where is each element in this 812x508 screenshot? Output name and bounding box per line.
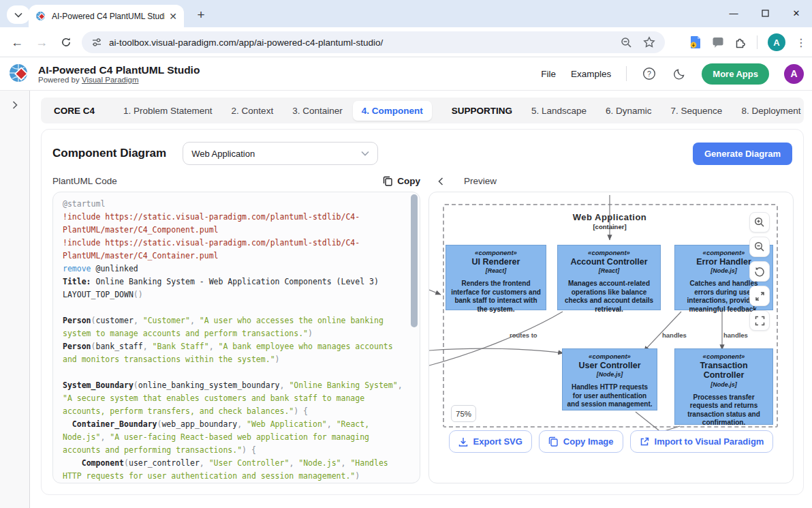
help-icon[interactable]: ?: [642, 66, 657, 81]
nav-tab[interactable]: 8. Deployment: [732, 101, 809, 121]
powered-by: Powered by Visual Paradigm: [38, 76, 200, 84]
code-panel-label: PlantUML Code: [52, 176, 117, 186]
nav-tab[interactable]: 6. Dynamic: [597, 101, 661, 121]
expand-button[interactable]: [749, 286, 770, 306]
component-box: «component»User Controller[Node.js]Handl…: [562, 348, 657, 410]
component-ds: Manages account-related operations like …: [561, 280, 657, 314]
diagram-select-value: Web Application: [191, 149, 255, 159]
component-ds: Processes transfer requests and returns …: [678, 393, 770, 428]
collapsed-sidebar: [0, 91, 30, 508]
code-line: !include https://static.visual-paradigm.…: [63, 211, 406, 224]
code-line: !include https://static.visual-paradigm.…: [63, 237, 406, 250]
scrollbar-thumb[interactable]: [411, 194, 418, 327]
zoom-level-badge[interactable]: 75%: [451, 405, 476, 422]
page-title: Component Diagram: [52, 147, 166, 160]
tab-search-button[interactable]: [7, 5, 30, 24]
component-tc: [React]: [449, 267, 543, 274]
address-bar[interactable]: ai-toolbox.visual-paradigm.com/app/ai-po…: [82, 31, 665, 53]
chevron-down-icon: [361, 151, 369, 156]
code-line: Component(user_controller, "User Control…: [63, 457, 406, 470]
collapse-preview-button[interactable]: [438, 177, 443, 185]
window-minimize-button[interactable]: —: [718, 0, 749, 26]
nav-tab[interactable]: 1. Problem Statement: [114, 101, 221, 121]
browser-menu-kebab-icon[interactable]: ⋮: [796, 36, 807, 49]
user-avatar[interactable]: A: [784, 64, 804, 84]
reload-icon: [61, 37, 72, 48]
component-nm: UI Renderer: [456, 257, 536, 267]
component-box: «component»Transaction Controller[Node.j…: [674, 348, 773, 425]
component-tc: [Node.js]: [565, 371, 654, 378]
copy-icon: [548, 436, 558, 447]
tab-title: AI-Powered C4 PlantUML Studio: [52, 12, 165, 21]
back-button[interactable]: ←: [5, 31, 29, 54]
nav-tabs: CORE C41. Problem Statement2. Context3. …: [41, 98, 804, 123]
sidebar-expand-button[interactable]: [12, 100, 18, 112]
generate-diagram-button[interactable]: Generate Diagram: [693, 143, 792, 165]
code-line: remove @unlinked: [63, 263, 406, 275]
browser-tab-strip: AI-Powered C4 PlantUML Studio ✕ + — ✕: [0, 0, 812, 27]
preview-controls: [749, 212, 770, 331]
boundary-label: Web Application [container]: [555, 212, 664, 230]
copy-image-button[interactable]: Copy Image: [539, 430, 623, 453]
nav-tab[interactable]: 5. Landscape: [522, 101, 595, 121]
extensions-puzzle-icon[interactable]: [734, 36, 747, 48]
reset-view-button[interactable]: [749, 261, 770, 282]
reload-button[interactable]: [54, 31, 78, 54]
edge-label: handles: [662, 331, 687, 339]
app-logo-icon: [8, 62, 31, 85]
component-ds: Handles HTTP requests for user authentic…: [565, 383, 654, 409]
nav-tab[interactable]: 7. Sequence: [662, 101, 732, 121]
code-line: System_Boundary(online_banking_system_bo…: [63, 379, 406, 392]
url-text[interactable]: ai-toolbox.visual-paradigm.com/app/ai-po…: [109, 38, 621, 48]
copy-code-button[interactable]: Copy: [383, 176, 420, 186]
browser-tab[interactable]: AI-Powered C4 PlantUML Studio ✕: [29, 5, 184, 27]
external-link-icon: [640, 437, 649, 447]
zoom-out-button[interactable]: [749, 237, 770, 257]
diagram-type-select[interactable]: Web Application: [183, 142, 378, 165]
new-tab-button[interactable]: +: [192, 6, 210, 24]
nav-section-label: CORE C4: [45, 101, 104, 121]
bookmark-star-icon[interactable]: [643, 36, 655, 48]
menu-examples[interactable]: Examples: [571, 69, 611, 79]
component-tc: [React]: [561, 267, 657, 274]
code-scrollbar[interactable]: [411, 194, 418, 481]
zoom-out-icon[interactable]: [621, 37, 632, 48]
browser-profile-avatar[interactable]: A: [768, 33, 785, 51]
plantuml-code-editor[interactable]: @startuml!include https://static.visual-…: [52, 192, 420, 483]
nav-tab[interactable]: 3. Container: [283, 101, 352, 121]
code-line: and monitors transactions within the sys…: [63, 353, 406, 366]
preview-panel: Web Application [container] routes to ha…: [428, 192, 794, 483]
preview-panel-label: Preview: [464, 176, 497, 186]
code-line: accounts and performing transactions.") …: [63, 444, 406, 457]
edge-label: handles: [723, 331, 748, 339]
window-maximize-button[interactable]: [749, 0, 781, 26]
dark-mode-moon-icon[interactable]: [672, 66, 687, 81]
tab-close-icon[interactable]: ✕: [169, 11, 177, 22]
code-line: "A secure system that enables customers …: [63, 392, 406, 405]
visual-paradigm-link[interactable]: Visual Paradigm: [82, 76, 139, 84]
component-nm: Account Controller: [567, 257, 651, 267]
download-icon: [458, 437, 468, 447]
code-line: HTTP requests for user authentication an…: [63, 470, 406, 483]
app-header: AI-Powered C4 PlantUML Studio Powered by…: [0, 57, 812, 91]
component-st: «component»: [565, 353, 654, 360]
menu-file[interactable]: File: [541, 69, 556, 79]
zoom-in-button[interactable]: [749, 212, 770, 233]
import-to-visual-paradigm-button[interactable]: Import to Visual Paradigm: [630, 430, 774, 453]
toolbar-separator: [757, 35, 758, 49]
fullscreen-button[interactable]: [749, 310, 770, 331]
component-ds: Renders the frontend interface for custo…: [449, 280, 543, 314]
export-svg-button[interactable]: Export SVG: [449, 430, 532, 453]
nav-tab[interactable]: 2. Context: [223, 101, 283, 121]
code-line: @startuml: [63, 198, 406, 211]
browser-toolbar: ← → ai-toolbox.visual-paradigm.com/app/a…: [0, 27, 812, 57]
site-settings-icon[interactable]: [91, 37, 102, 48]
forward-button[interactable]: →: [30, 31, 53, 54]
download-extension-icon[interactable]: [689, 35, 702, 49]
window-close-button[interactable]: ✕: [781, 0, 812, 26]
code-content[interactable]: @startuml!include https://static.visual-…: [63, 198, 406, 483]
nav-tab[interactable]: 4. Component: [353, 101, 432, 121]
code-line: Node.js", "A user-facing React-based web…: [63, 431, 406, 444]
more-apps-button[interactable]: More Apps: [702, 63, 769, 85]
chat-extension-icon[interactable]: [712, 36, 724, 48]
